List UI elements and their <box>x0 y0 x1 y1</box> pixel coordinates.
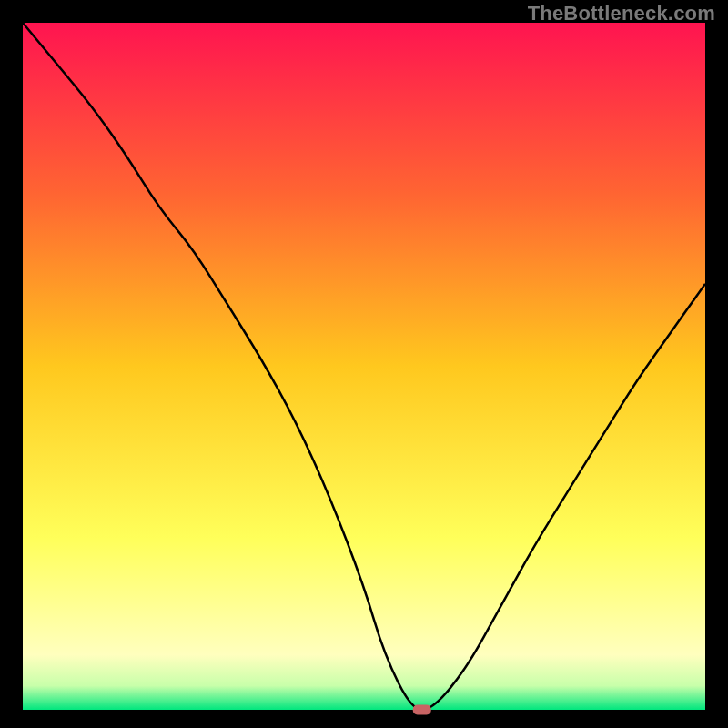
chart-container: TheBottleneck.com <box>0 0 728 728</box>
minimum-marker <box>413 705 431 715</box>
bottleneck-chart <box>0 0 728 728</box>
gradient-background <box>23 23 705 710</box>
